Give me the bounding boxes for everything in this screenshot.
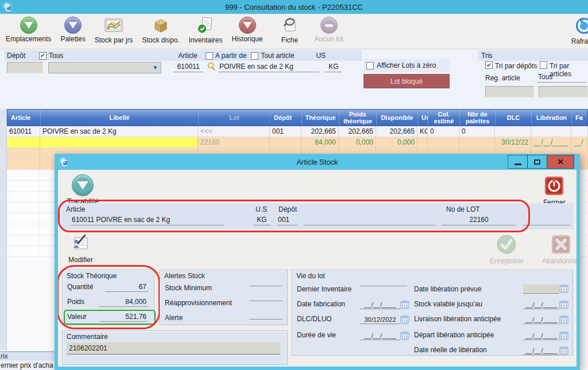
- calendar-icon[interactable]: [400, 315, 409, 325]
- box-icon: [152, 17, 170, 35]
- alertes-stock-title: Alertes Stock: [160, 270, 287, 280]
- vie-du-lot-group: Vie du lot Dernier Inventaire Date fabri…: [292, 270, 573, 356]
- lot-bloque-button[interactable]: Lot bloqué: [363, 74, 450, 88]
- abandonner-button[interactable]: Abandonner: [542, 234, 577, 265]
- date-liberation-prevue-field[interactable]: [523, 284, 568, 294]
- col-theorique[interactable]: Théorique: [302, 110, 339, 126]
- lot-value-field[interactable]: 22160: [442, 216, 516, 225]
- calendar-icon[interactable]: [400, 331, 409, 341]
- stock-valable-field[interactable]: __/__/____: [523, 300, 568, 310]
- stock-dispo-button[interactable]: Stock dispo.: [142, 17, 179, 44]
- alerte-value[interactable]: [249, 318, 283, 320]
- calendar-icon[interactable]: [559, 315, 568, 325]
- fiche-button[interactable]: Fiche: [281, 17, 299, 44]
- calendar-icon[interactable]: [559, 331, 568, 341]
- valeur-value[interactable]: 521,76: [99, 313, 148, 322]
- reg-article-code-input[interactable]: [485, 86, 534, 98]
- lot-extra-field[interactable]: [523, 216, 570, 225]
- dernier-inventaire-label: Dernier Inventaire: [297, 285, 351, 293]
- tris-band: Tris: [478, 50, 588, 61]
- us-filter-label: US: [316, 52, 326, 60]
- cell-us: [417, 137, 428, 147]
- quantite-value[interactable]: 67: [105, 283, 148, 292]
- dernier-inventaire-field[interactable]: [360, 285, 407, 286]
- modifier-button[interactable]: Modifier: [68, 234, 93, 264]
- depot-code-input[interactable]: [7, 62, 43, 73]
- tout-article-checkbox[interactable]: [251, 52, 258, 60]
- table-row-lot[interactable]: 22160 84,000 0,000 0,000 30/12/22 __/__/…: [7, 137, 588, 148]
- tri-depots-checkbox[interactable]: ✔: [485, 61, 493, 69]
- col-col-estime[interactable]: Col. estimé: [428, 110, 460, 126]
- date-fabrication-field[interactable]: __/__/____: [360, 300, 409, 310]
- rafraichir-button[interactable]: Rafraîch: [571, 17, 588, 45]
- enregistrer-button[interactable]: Enregistrer: [490, 234, 524, 265]
- calendar-icon[interactable]: [400, 300, 409, 310]
- calendar-icon[interactable]: [559, 346, 568, 356]
- historique-button[interactable]: Historique: [232, 17, 263, 43]
- fermer-button[interactable]: Fermer: [543, 176, 566, 207]
- app-window: 999 - Consultation du stock - P220531CC …: [0, 0, 588, 370]
- reg-article-field[interactable]: Tous: [537, 73, 586, 83]
- article-code-input[interactable]: 610011: [173, 63, 203, 72]
- poids-value[interactable]: 84,000: [99, 298, 148, 307]
- col-article[interactable]: Article: [7, 110, 41, 126]
- reapprovisionnement-value[interactable]: [249, 300, 283, 301]
- reg-article-name-input[interactable]: [539, 86, 588, 98]
- col-lot[interactable]: Lot: [199, 110, 270, 126]
- stock-valable-label: Stock valable jusqu'au: [414, 300, 482, 308]
- cell-lot: <<<: [198, 126, 270, 137]
- depart-liberation-field[interactable]: __/__/____: [523, 331, 568, 341]
- emplacements-button[interactable]: Emplacements: [6, 17, 51, 43]
- col-disponible[interactable]: Disponible: [377, 110, 418, 126]
- reapprovisionnement-label: Réapprovisionnement: [165, 299, 232, 307]
- tracabilite-button[interactable]: Traçabilité: [67, 174, 99, 205]
- col-dlc[interactable]: DLC: [496, 110, 532, 126]
- col-nbr-palettes[interactable]: Nbr de palettes: [460, 110, 496, 126]
- tous-checkbox[interactable]: ✔: [39, 52, 47, 60]
- cancel-x-icon: [551, 234, 571, 256]
- aucun-lot-button[interactable]: Aucun lot: [315, 17, 343, 43]
- a-partir-de-checkbox[interactable]: [206, 52, 213, 60]
- edit-person-icon: [70, 234, 91, 255]
- col-poids-theorique[interactable]: Poids théorique: [339, 110, 377, 126]
- minimize-button[interactable]: [508, 155, 528, 169]
- depot-value-field[interactable]: 001: [277, 216, 297, 225]
- dlc-dluo-field[interactable]: 30/12/2022: [360, 315, 409, 325]
- inventaires-button[interactable]: Inventaires: [189, 17, 223, 44]
- livraison-liberation-label: Livraison libération anticipée: [414, 315, 501, 323]
- us-value-field[interactable]: KG: [325, 63, 342, 72]
- close-button[interactable]: ✕: [547, 155, 574, 169]
- calendar-icon[interactable]: [559, 284, 568, 294]
- col-us[interactable]: Us: [418, 110, 428, 126]
- cell-disponible: 0,000: [376, 137, 417, 147]
- col-libelle[interactable]: Libellé: [41, 110, 199, 126]
- depot-combo[interactable]: ▼: [48, 62, 161, 73]
- duree-de-vie-label: Durée de vie: [297, 331, 336, 339]
- col-fa[interactable]: Fa: [572, 110, 588, 126]
- table-row[interactable]: 610011 POIVRE en sac de 2 Kg <<< 001 202…: [7, 126, 588, 137]
- duree-de-vie-field[interactable]: __/__/____: [360, 331, 409, 341]
- stock-theorique-title: Stock Théorique: [63, 270, 154, 280]
- commentaire-input[interactable]: 2106202201: [67, 342, 280, 355]
- search-icon[interactable]: [207, 62, 216, 73]
- col-depot[interactable]: Dépôt: [270, 110, 302, 126]
- depot-name-field[interactable]: [304, 216, 436, 225]
- livraison-liberation-field[interactable]: __/__/____: [523, 315, 568, 325]
- stock-minimum-value[interactable]: [249, 285, 283, 286]
- calendar-icon[interactable]: [559, 300, 568, 310]
- alerte-label: Alerte: [165, 314, 183, 322]
- cell-poids: 202,665: [339, 126, 376, 137]
- chevron-down-icon[interactable]: ▼: [150, 63, 160, 72]
- tri-articles-checkbox[interactable]: [540, 61, 547, 69]
- palettes-button[interactable]: Palettes: [60, 17, 85, 43]
- us-value-field[interactable]: KG: [253, 216, 270, 225]
- afficher-lots-label: Afficher Lots à zéro: [377, 61, 436, 69]
- article-value-field[interactable]: 610011 POIVRE en sac de 2 Kg: [71, 216, 225, 225]
- col-liberation[interactable]: Libération: [532, 110, 572, 126]
- cell-us: KG: [417, 126, 428, 137]
- article-name-field[interactable]: POIVRE en sac de 2 Kg: [218, 63, 319, 72]
- date-reelle-liberation-field[interactable]: __/__/____: [523, 346, 568, 356]
- stock-par-jrs-button[interactable]: Stock par jrs: [95, 17, 133, 44]
- afficher-lots-checkbox[interactable]: [366, 62, 374, 69]
- maximize-button[interactable]: [527, 155, 547, 169]
